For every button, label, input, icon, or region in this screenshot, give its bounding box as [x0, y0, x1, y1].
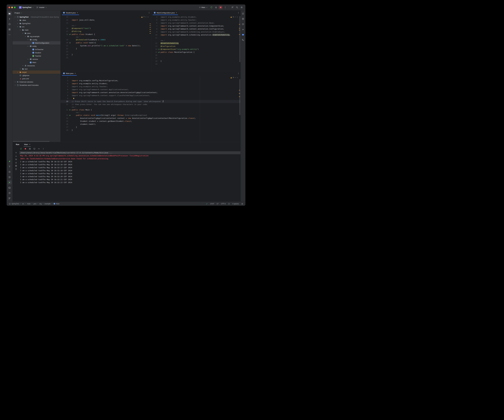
commit-tool-button[interactable]	[8, 17, 12, 21]
settings-button[interactable]	[240, 6, 243, 9]
kebab-icon[interactable]	[237, 72, 240, 74]
structure-tool-button[interactable]	[8, 27, 12, 31]
tree-item-scratches-and-consoles[interactable]: Scratches and Consoles	[13, 83, 60, 87]
console-output[interactable]: /Users/eve/Library/Java/JavaVirtualMachi…	[19, 151, 240, 202]
run-tab-main[interactable]: Main ×	[23, 142, 32, 147]
code-line-4[interactable]: 4import org.example.entity.Student;	[60, 82, 240, 85]
version-control-tool-button[interactable]	[8, 196, 12, 200]
tree-item-entity[interactable]: entity	[13, 45, 60, 48]
code-line-11[interactable]: 11// then press Enter. You can now see w…	[60, 103, 240, 106]
rerun-main-button[interactable]	[210, 6, 213, 9]
tree-item-student[interactable]: CStudent	[13, 51, 60, 54]
tree-item-mainconfiguration[interactable]: CMainConfiguration	[13, 41, 60, 45]
chevron-right-icon[interactable]	[17, 71, 19, 73]
stop-main-button[interactable]	[219, 6, 222, 9]
tree-item-pom-xml[interactable]: mpom.xml	[13, 77, 60, 80]
chevron-down-icon[interactable]	[17, 26, 19, 28]
code-line-25[interactable]: 25	[60, 56, 151, 59]
code-line-22[interactable]: 22 }	[60, 47, 151, 50]
tree-item-config[interactable]: config	[13, 38, 60, 41]
tree-item-external-libraries[interactable]: External Libraries	[13, 80, 60, 83]
thread-dump-button[interactable]	[33, 148, 35, 150]
tree-item-main[interactable]: main	[13, 28, 60, 32]
code-line-6[interactable]: 6import org.springframework.context.Appl…	[60, 88, 240, 91]
chevron-down-icon[interactable]	[27, 45, 29, 47]
ai-assistant-tool-button[interactable]	[241, 33, 245, 36]
debug-button[interactable]	[214, 6, 218, 9]
breadcrumb-item-main[interactable]: main	[27, 203, 31, 205]
editor-scrollbar[interactable]	[240, 16, 240, 62]
code-line-16[interactable]: 16 student.task();	[60, 123, 240, 126]
spring-gutter-icon[interactable]	[69, 34, 71, 35]
code-line-8[interactable]: 8import org.springframework.context.anno…	[151, 28, 240, 30]
chevron-down-icon[interactable]	[22, 64, 24, 67]
file-encoding[interactable]: UTF-8	[221, 203, 226, 205]
search-everywhere-button[interactable]	[235, 6, 239, 9]
spring-gutter-icon[interactable]	[158, 51, 160, 53]
chevron-right-icon[interactable]	[14, 84, 16, 86]
code-line-9[interactable]: 9	[60, 97, 240, 100]
code-line-7[interactable]: 7import org.springframework.context.anno…	[151, 24, 240, 28]
code-line-15[interactable]: 15public class MainConfiguration {	[151, 51, 240, 54]
tree-item-springtest[interactable]: SpringTest~/Desktop/CS/JavaEE/2 Java Spr…	[13, 15, 60, 18]
tree-item-target[interactable]: target	[13, 70, 60, 74]
close-icon[interactable]: ×	[29, 143, 30, 146]
chevron-down-icon[interactable]	[19, 29, 21, 31]
close-icon[interactable]: ×	[176, 12, 177, 14]
dependencies-tool-button[interactable]	[241, 38, 245, 42]
code-line-4[interactable]: 4import org.example.entity.Student;	[151, 16, 240, 18]
editor-scrollbar[interactable]	[240, 79, 240, 115]
code-area[interactable]: 423import org.example.config.MainConfigu…	[60, 76, 240, 142]
green-check-icon[interactable]	[206, 203, 208, 205]
tree-item-springtest[interactable]: SpringTest	[13, 22, 60, 25]
chevron-down-icon[interactable]	[147, 16, 149, 18]
code-line-5[interactable]: 5import org.example.entity.Teacher;	[151, 18, 240, 22]
code-line-10[interactable]: 10import org.springframework.scheduling.…	[151, 33, 240, 36]
maven-tool-button[interactable]: m	[241, 28, 245, 31]
tree-item-main[interactable]: CMain	[13, 61, 60, 64]
code-line-19[interactable]: 19 @Scheduled(fixedRate = 1000)	[60, 38, 151, 41]
code-line-17[interactable]: 17 }	[60, 126, 240, 129]
more-actions-button[interactable]	[223, 6, 227, 9]
tree-item-resources[interactable]: resources	[13, 64, 60, 67]
tree-item-artteacher[interactable]: CArtTeacher	[13, 48, 60, 51]
chevron-up-icon[interactable]	[234, 77, 236, 78]
code-line-16[interactable]: 16	[151, 54, 240, 57]
tree-item-test[interactable]: test	[13, 67, 60, 70]
chevron-down-icon[interactable]	[237, 16, 238, 18]
code-line-11[interactable]: 11	[151, 36, 240, 39]
stop-button[interactable]	[24, 148, 26, 150]
breadcrumb-item-src[interactable]: src	[22, 203, 24, 205]
code-line-10[interactable]: 10// Press Shift twice to open the Searc…	[60, 100, 240, 103]
code-line-5[interactable]: 5import org.example.entity.Teacher;	[60, 85, 240, 88]
code-line-9[interactable]: 9import org.springframework.scheduling.a…	[151, 30, 240, 33]
code-line-17[interactable]: 17@ToString	[60, 30, 151, 33]
run-tool-button[interactable]	[8, 180, 12, 184]
tree-item-org-example[interactable]: org.example	[13, 35, 60, 38]
profiler-button[interactable]	[38, 148, 40, 150]
kebab-icon[interactable]	[237, 12, 240, 14]
chevron-down-icon[interactable]	[27, 39, 29, 41]
code-area[interactable]: 54import org.example.entity.Student;5imp…	[151, 15, 240, 71]
code-line-2[interactable]: 2	[60, 76, 240, 79]
todo-tool-button[interactable]	[8, 164, 12, 169]
lock-icon[interactable]	[241, 203, 243, 205]
zoom-window-button[interactable]	[14, 7, 16, 8]
more-tools-button[interactable]	[8, 33, 12, 37]
play-gutter-icon[interactable]	[69, 115, 71, 116]
tree-item-idea[interactable]: .idea	[13, 18, 60, 22]
code-line-24[interactable]: 24}	[60, 53, 151, 56]
breadcrumb-item-springtest[interactable]: SpringTest	[12, 203, 19, 205]
horizontal-scrollbar[interactable]	[13, 141, 49, 142]
code-with-me-button[interactable]	[230, 6, 234, 9]
inspections-widget[interactable]: 5	[230, 16, 238, 18]
branch-widget[interactable]: master	[35, 6, 48, 9]
code-line-12[interactable]: 12@EnableScheduling	[151, 42, 240, 45]
code-line-3[interactable]: 3import org.example.config.MainConfigura…	[60, 79, 240, 82]
tree-item-java[interactable]: java	[13, 32, 60, 35]
code-line-13[interactable]: 13@Configuration	[151, 45, 240, 48]
breadcrumb-item-main[interactable]: Main	[56, 203, 60, 205]
problems-tool-button[interactable]	[8, 191, 12, 195]
clear-console-button[interactable]	[15, 168, 17, 170]
chevron-right-icon[interactable]	[17, 22, 19, 24]
